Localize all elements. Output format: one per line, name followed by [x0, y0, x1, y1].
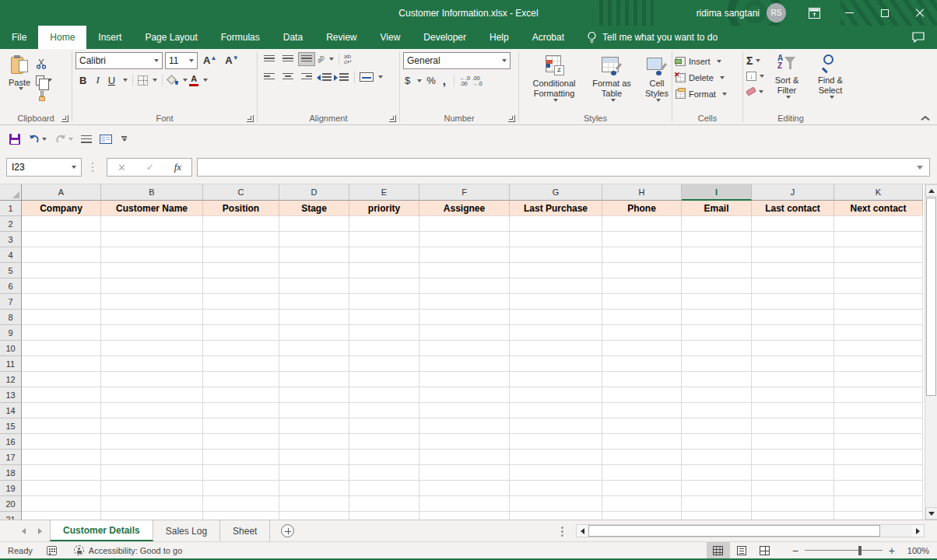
cell-H6[interactable]	[602, 278, 682, 294]
cell-G4[interactable]	[510, 247, 602, 263]
cell-H12[interactable]	[602, 372, 682, 387]
column-header-E[interactable]: E	[349, 184, 419, 201]
cell-F15[interactable]	[419, 418, 510, 434]
cell-F20[interactable]	[419, 496, 510, 512]
cell-B9[interactable]	[101, 325, 203, 341]
cell-J20[interactable]	[752, 496, 834, 512]
cell-K4[interactable]	[834, 247, 923, 263]
tab-help[interactable]: Help	[478, 26, 521, 49]
horizontal-scroll-track[interactable]	[880, 525, 912, 537]
cell-A10[interactable]	[22, 341, 101, 356]
cell-B13[interactable]	[101, 387, 203, 403]
scroll-down-button[interactable]	[925, 507, 937, 520]
cell-A20[interactable]	[22, 496, 101, 512]
clear-button[interactable]	[746, 85, 764, 98]
cell-D11[interactable]	[279, 356, 349, 372]
cell-G21[interactable]	[510, 512, 602, 520]
cell-H17[interactable]	[602, 450, 682, 465]
cell-C13[interactable]	[203, 387, 279, 403]
formula-bar[interactable]	[197, 158, 930, 177]
sheet-tab-customer-details[interactable]: Customer Details	[50, 520, 153, 541]
cell-A5[interactable]	[22, 263, 101, 278]
cell-E1[interactable]: priority	[349, 201, 419, 216]
row-header-8[interactable]: 8	[0, 310, 22, 325]
row-header-5[interactable]: 5	[0, 263, 22, 278]
column-header-K[interactable]: K	[834, 184, 923, 201]
merge-center-icon[interactable]	[360, 72, 374, 82]
sort-filter-button[interactable]: A Z Sort & Filter	[766, 52, 808, 110]
cell-C4[interactable]	[203, 247, 279, 263]
column-header-B[interactable]: B	[101, 184, 203, 201]
cell-A6[interactable]	[22, 278, 101, 294]
row-header-14[interactable]: 14	[0, 403, 22, 418]
next-sheet-button[interactable]	[38, 528, 42, 534]
cell-H14[interactable]	[602, 403, 682, 418]
cut-button[interactable]	[36, 57, 52, 71]
tab-home[interactable]: Home	[38, 26, 86, 49]
cell-H15[interactable]	[602, 418, 682, 434]
cell-K1[interactable]: Next contact	[834, 201, 923, 216]
cell-D2[interactable]	[279, 216, 349, 232]
cell-E2[interactable]	[349, 216, 419, 232]
cell-G14[interactable]	[510, 403, 602, 418]
row-header-7[interactable]: 7	[0, 294, 22, 310]
cell-H1[interactable]: Phone	[602, 201, 682, 216]
accounting-format-button[interactable]: $	[403, 75, 412, 86]
autosum-button[interactable]: Σ	[746, 54, 764, 67]
cell-F2[interactable]	[419, 216, 510, 232]
tab-scroll-grip[interactable]	[560, 526, 563, 537]
cell-E4[interactable]	[349, 247, 419, 263]
cell-F12[interactable]	[419, 372, 510, 387]
column-header-A[interactable]: A	[22, 184, 101, 201]
cell-K18[interactable]	[834, 465, 923, 481]
cell-B15[interactable]	[101, 418, 203, 434]
cell-D6[interactable]	[279, 278, 349, 294]
cell-D10[interactable]	[279, 341, 349, 356]
cell-B4[interactable]	[101, 247, 203, 263]
insert-cells-button[interactable]: Insert	[676, 54, 739, 68]
vertical-scroll-thumb[interactable]	[926, 198, 936, 396]
cell-A13[interactable]	[22, 387, 101, 403]
row-header-13[interactable]: 13	[0, 387, 22, 403]
cell-A8[interactable]	[22, 310, 101, 325]
formula-bar-grip[interactable]	[91, 161, 94, 173]
cell-E7[interactable]	[349, 294, 419, 310]
cell-E8[interactable]	[349, 310, 419, 325]
cell-G10[interactable]	[510, 341, 602, 356]
cell-J8[interactable]	[752, 310, 834, 325]
cell-H18[interactable]	[602, 465, 682, 481]
cell-C19[interactable]	[203, 481, 279, 496]
tab-developer[interactable]: Developer	[412, 26, 478, 49]
top-align-button[interactable]	[261, 52, 278, 66]
cell-B19[interactable]	[101, 481, 203, 496]
scroll-right-button[interactable]	[912, 525, 924, 537]
cell-E13[interactable]	[349, 387, 419, 403]
cell-B8[interactable]	[101, 310, 203, 325]
cell-E12[interactable]	[349, 372, 419, 387]
cancel-button[interactable]: ✕	[118, 162, 126, 173]
cell-D16[interactable]	[279, 434, 349, 450]
tab-page-layout[interactable]: Page Layout	[133, 26, 209, 49]
undo-button[interactable]	[25, 131, 50, 147]
cell-A1[interactable]: Company	[22, 201, 101, 216]
align-right-button[interactable]	[298, 70, 315, 84]
orientation-icon[interactable]: ab	[315, 54, 326, 65]
cell-I16[interactable]	[682, 434, 752, 450]
cell-F8[interactable]	[419, 310, 510, 325]
zoom-slider-handle[interactable]	[858, 546, 862, 555]
zoom-in-button[interactable]: +	[889, 545, 895, 556]
save-button[interactable]	[6, 131, 23, 147]
cell-H2[interactable]	[602, 216, 682, 232]
format-painter-button[interactable]	[36, 89, 52, 103]
borders-dropdown-icon[interactable]	[153, 79, 157, 82]
row-header-2[interactable]: 2	[0, 216, 22, 232]
merge-center-dropdown-icon[interactable]	[378, 75, 383, 79]
fill-color-dropdown-icon[interactable]	[183, 79, 188, 82]
cell-B16[interactable]	[101, 434, 203, 450]
find-select-button[interactable]: Find & Select	[809, 52, 851, 110]
tab-view[interactable]: View	[369, 26, 412, 49]
cell-F19[interactable]	[419, 481, 510, 496]
cell-I15[interactable]	[682, 418, 752, 434]
cell-K5[interactable]	[834, 263, 923, 278]
zoom-level[interactable]: 100%	[901, 546, 929, 555]
